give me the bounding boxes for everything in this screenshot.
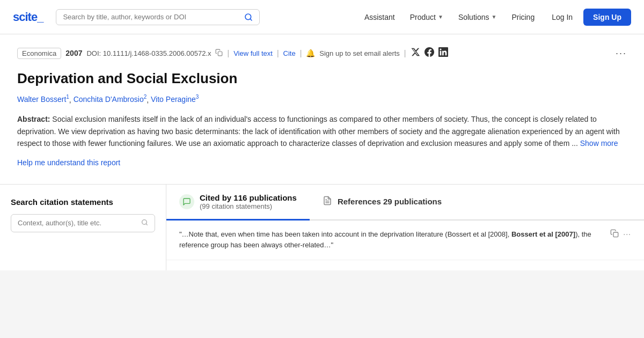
abstract: Abstract: Social exclusion manifests its… bbox=[17, 113, 627, 149]
paper-meta-row: Economica 2007 DOI: 10.1111/j.1468-0335.… bbox=[17, 47, 627, 59]
citation-copy-button[interactable] bbox=[610, 229, 619, 239]
citation-bold-text: Bossert et al [2007] bbox=[511, 230, 575, 238]
svg-rect-2 bbox=[218, 52, 223, 56]
more-options-button[interactable]: ··· bbox=[616, 48, 627, 59]
help-understand-link[interactable]: Help me understand this report bbox=[17, 158, 120, 167]
doi-copy-icon[interactable] bbox=[215, 49, 223, 58]
sidebar-search-icon bbox=[141, 219, 148, 227]
bell-icon: 🔔 bbox=[306, 49, 315, 57]
journal-badge: Economica bbox=[17, 48, 61, 59]
signup-button[interactable]: Sign Up bbox=[583, 9, 631, 26]
abstract-label: Abstract: bbox=[17, 115, 50, 123]
sep1: | bbox=[227, 49, 229, 57]
view-full-text-link[interactable]: View full text bbox=[233, 49, 273, 57]
paper-year: 2007 bbox=[65, 49, 82, 57]
login-button[interactable]: Log In bbox=[543, 9, 581, 26]
svg-rect-7 bbox=[613, 232, 618, 237]
svg-line-1 bbox=[250, 19, 252, 20]
cited-by-sub-label: (99 citation statements) bbox=[200, 202, 297, 210]
author-3-link[interactable]: Vito Peragine3 bbox=[151, 95, 199, 104]
product-chevron-icon: ▼ bbox=[438, 14, 443, 20]
sep3: | bbox=[300, 49, 302, 57]
paper-doi: DOI: 10.1111/j.1468-0335.2006.00572.x bbox=[86, 49, 211, 57]
facebook-icon[interactable] bbox=[425, 47, 434, 59]
solutions-chevron-icon: ▼ bbox=[491, 14, 496, 20]
citation-more-button[interactable]: ··· bbox=[623, 230, 631, 238]
sidebar-search-input[interactable] bbox=[18, 219, 141, 227]
paper-title: Deprivation and Social Exclusion bbox=[17, 70, 627, 88]
paper-detail: Economica 2007 DOI: 10.1111/j.1468-0335.… bbox=[0, 34, 644, 185]
nav-item-product[interactable]: Product ▼ bbox=[404, 9, 450, 26]
sidebar-search-bar[interactable] bbox=[11, 214, 155, 232]
author-3-sup: 3 bbox=[196, 94, 199, 100]
citation-search-sidebar: Search citation statements bbox=[0, 185, 166, 270]
author-1-link[interactable]: Walter Bossert1 bbox=[17, 95, 69, 104]
tab-cited-by[interactable]: Cited by 116 publications (99 citation s… bbox=[166, 185, 310, 221]
search-input[interactable] bbox=[63, 13, 244, 21]
citations-tabs: Cited by 116 publications (99 citation s… bbox=[166, 185, 644, 221]
sep4: | bbox=[404, 49, 406, 57]
cite-link[interactable]: Cite bbox=[283, 49, 296, 57]
search-icon[interactable] bbox=[244, 13, 253, 21]
tab-references[interactable]: References 29 publications bbox=[310, 185, 455, 221]
logo: scite_ bbox=[13, 10, 43, 24]
author-2-link[interactable]: Conchita D'Ambrosio2 bbox=[74, 95, 147, 104]
nav-item-pricing[interactable]: Pricing bbox=[505, 9, 541, 26]
nav-item-assistant[interactable]: Assistant bbox=[358, 9, 401, 26]
twitter-icon[interactable] bbox=[411, 47, 420, 59]
alert-text: Sign up to set email alerts bbox=[319, 49, 400, 57]
header: scite_ Assistant Product ▼ Solutions ▼ P… bbox=[0, 0, 644, 34]
linkedin-icon[interactable] bbox=[438, 47, 448, 59]
cited-by-label-group: Cited by 116 publications (99 citation s… bbox=[200, 193, 297, 210]
cited-by-icon bbox=[179, 194, 194, 209]
main-nav: Assistant Product ▼ Solutions ▼ Pricing … bbox=[358, 9, 631, 26]
sep2: | bbox=[277, 49, 279, 57]
citation-actions: ··· bbox=[610, 229, 631, 239]
sidebar-title: Search citation statements bbox=[11, 197, 155, 207]
citation-quote-text: "…Note that, even when time has been tak… bbox=[179, 229, 604, 252]
references-icon bbox=[323, 196, 332, 208]
bottom-section: Search citation statements Cited by 116 … bbox=[0, 185, 644, 270]
search-bar[interactable] bbox=[56, 9, 260, 25]
authors-list: Walter Bossert1, Conchita D'Ambrosio2, V… bbox=[17, 94, 627, 104]
citation-card: "…Note that, even when time has been tak… bbox=[166, 221, 644, 261]
citations-panel: Cited by 116 publications (99 citation s… bbox=[166, 185, 644, 270]
abstract-text: Social exclusion manifests itself in the… bbox=[17, 115, 620, 148]
references-label: References 29 publications bbox=[338, 197, 442, 206]
show-more-link[interactable]: Show more bbox=[580, 139, 618, 148]
social-icons bbox=[411, 47, 448, 59]
svg-line-4 bbox=[146, 224, 147, 225]
cited-by-main-label: Cited by 116 publications bbox=[200, 193, 297, 202]
nav-item-solutions[interactable]: Solutions ▼ bbox=[452, 9, 503, 26]
